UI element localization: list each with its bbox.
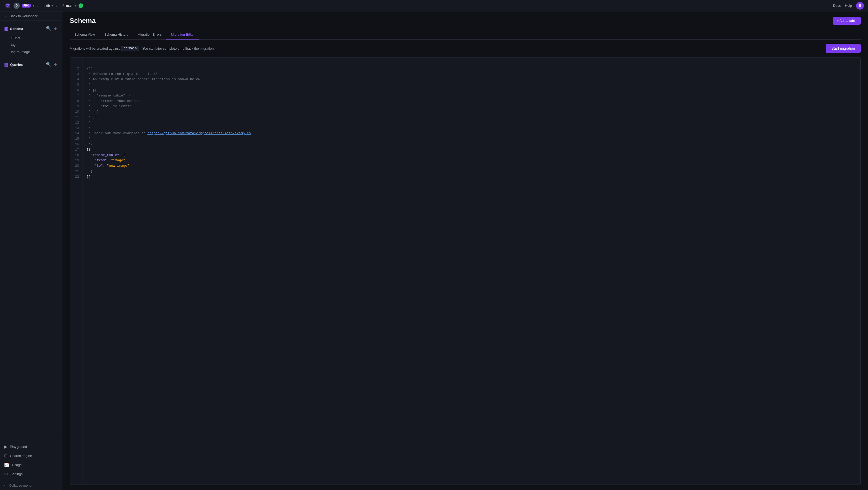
queries-icon: ▤ bbox=[4, 62, 8, 67]
sidebar-item-tag-to-image[interactable]: tag-to-image bbox=[2, 49, 61, 55]
sidebar-item-usage[interactable]: 📈 Usage bbox=[0, 460, 62, 469]
queries-group-header[interactable]: ▤ Queries 🔍 ＋ bbox=[0, 60, 62, 69]
info-text-after: . You can later complete or rollback the… bbox=[141, 47, 215, 51]
topbar-right: Docs Help E bbox=[833, 2, 864, 10]
line-num-12: 12 bbox=[70, 120, 82, 126]
code-line-19: "from": "image", bbox=[87, 158, 856, 163]
status-check-badge: ✓ bbox=[79, 3, 83, 8]
code-line-5: * bbox=[87, 82, 856, 88]
db-breadcrumb[interactable]: ⊞ db ▾ bbox=[41, 4, 53, 8]
help-link[interactable]: Help bbox=[845, 4, 852, 7]
playground-label: Playground bbox=[10, 445, 27, 449]
line-num-11: 11 bbox=[70, 115, 82, 120]
playground-icon: ▶ bbox=[4, 444, 7, 449]
line-num-5: 5 bbox=[70, 82, 82, 88]
line-num-14: 14 bbox=[70, 131, 82, 136]
page-title: Schema bbox=[70, 17, 96, 25]
logo bbox=[4, 2, 11, 9]
code-content[interactable]: /** * Welcome to the migration editor! *… bbox=[83, 58, 861, 485]
migration-info-bar: Migrations will be created against db:ma… bbox=[62, 39, 868, 57]
collapse-label: Collapse menu bbox=[9, 484, 31, 487]
schema-icon: ▣ bbox=[4, 26, 8, 31]
line-num-17: 17 bbox=[70, 147, 82, 153]
sidebar: ← Back to workspace ▣ Schema 🔍 ＋ image t… bbox=[0, 11, 62, 490]
sidebar-item-tag-label: tag bbox=[11, 43, 16, 47]
code-line-4: * An example of a table rename migration… bbox=[87, 77, 856, 82]
code-line-10: * } bbox=[87, 109, 856, 115]
migration-info-text: Migrations will be created against db:ma… bbox=[70, 46, 215, 51]
queries-group-label: Queries bbox=[10, 63, 23, 67]
start-migration-button[interactable]: Start migration bbox=[826, 44, 861, 53]
sidebar-item-image[interactable]: image bbox=[2, 34, 61, 41]
sidebar-item-tag[interactable]: tag bbox=[2, 41, 61, 48]
line-num-20: 20 bbox=[70, 163, 82, 169]
settings-icon: ⚙ bbox=[4, 471, 8, 477]
tab-migration-errors[interactable]: Migration Errors bbox=[133, 30, 166, 39]
code-line-1 bbox=[87, 61, 856, 66]
code-editor[interactable]: 1 2 3 4 5 6 7 8 9 10 11 12 13 14 15 16 1 bbox=[70, 57, 861, 485]
docs-link[interactable]: Docs bbox=[833, 4, 841, 7]
code-line-14: * Check out more examples at https://git… bbox=[87, 131, 856, 136]
add-schema-icon[interactable]: ＋ bbox=[53, 26, 58, 32]
line-num-18: 18 bbox=[70, 153, 82, 158]
db-label: db bbox=[46, 4, 50, 7]
search-queries-icon[interactable]: 🔍 bbox=[45, 61, 52, 68]
sidebar-item-settings[interactable]: ⚙ Settings bbox=[0, 469, 62, 479]
line-num-16: 16 bbox=[70, 142, 82, 147]
db-icon: ⊞ bbox=[41, 4, 45, 8]
tab-schema-history[interactable]: Schema History bbox=[100, 30, 133, 39]
sidebar-item-playground[interactable]: ▶ Playground bbox=[0, 442, 62, 451]
queries-section: ▤ Queries 🔍 ＋ bbox=[0, 58, 62, 71]
line-num-15: 15 bbox=[70, 136, 82, 142]
db-badge: db:main bbox=[121, 46, 139, 51]
tab-schema-view[interactable]: Schema View bbox=[70, 30, 100, 39]
code-line-6: * [{ bbox=[87, 88, 856, 93]
branch-breadcrumb[interactable]: ⎇ main ▾ bbox=[60, 4, 76, 8]
breadcrumb-sep-2: / bbox=[56, 4, 57, 8]
schema-group-header[interactable]: ▣ Schema 🔍 ＋ bbox=[0, 24, 62, 34]
add-table-button[interactable]: + Add a table bbox=[833, 17, 861, 25]
code-line-13: * bbox=[87, 126, 856, 131]
code-line-2: /** bbox=[87, 66, 856, 71]
sidebar-item-image-label: image bbox=[11, 35, 20, 39]
code-line-16: */ bbox=[87, 142, 856, 147]
line-num-22: 22 bbox=[70, 174, 82, 180]
user-avatar[interactable]: E bbox=[856, 2, 864, 10]
line-num-3: 3 bbox=[70, 71, 82, 77]
branch-chevron-icon[interactable]: ▾ bbox=[75, 4, 76, 7]
line-num-8: 8 bbox=[70, 98, 82, 104]
line-num-10: 10 bbox=[70, 109, 82, 115]
tab-migration-editor[interactable]: Migration Editor bbox=[166, 30, 199, 39]
code-line-12: * bbox=[87, 120, 856, 126]
line-num-1: 1 bbox=[70, 61, 82, 66]
code-line-18: "rename_table": { bbox=[87, 153, 856, 158]
info-text-before: Migrations will be created against bbox=[70, 47, 120, 51]
line-num-7: 7 bbox=[70, 93, 82, 98]
code-line-3: * Welcome to the migration editor! bbox=[87, 71, 856, 77]
line-num-6: 6 bbox=[70, 88, 82, 93]
db-chevron-icon[interactable]: ▾ bbox=[52, 4, 53, 7]
back-arrow-icon: ← bbox=[4, 14, 7, 18]
sidebar-item-search-engine[interactable]: ⊡ Search engine bbox=[0, 451, 62, 460]
pro-badge: PRO bbox=[22, 4, 31, 7]
workspace-chevron-icon[interactable]: ▾ bbox=[33, 4, 34, 7]
code-line-8: * "from": "customers", bbox=[87, 98, 856, 104]
line-num-9: 9 bbox=[70, 104, 82, 109]
line-num-2: 2 bbox=[70, 66, 82, 71]
main-layout: ← Back to workspace ▣ Schema 🔍 ＋ image t… bbox=[0, 11, 868, 490]
code-line-21: } bbox=[87, 169, 856, 174]
editor-container: 1 2 3 4 5 6 7 8 9 10 11 12 13 14 15 16 1 bbox=[62, 57, 868, 490]
schema-group-label: Schema bbox=[10, 27, 23, 31]
examples-link[interactable]: https://github.com/xataio/pgroll/tree/ma… bbox=[148, 131, 251, 135]
sidebar-bottom: ▶ Playground ⊡ Search engine 📈 Usage ⚙ S… bbox=[0, 440, 62, 481]
back-to-workspace[interactable]: ← Back to workspace bbox=[0, 11, 62, 21]
workspace-avatar[interactable]: D bbox=[13, 3, 20, 9]
collapse-menu[interactable]: ⟨| Collapse menu bbox=[0, 481, 62, 490]
branch-icon: ⎇ bbox=[60, 4, 64, 8]
add-query-icon[interactable]: ＋ bbox=[53, 61, 58, 68]
back-label: Back to workspace bbox=[10, 14, 38, 18]
search-engine-label: Search engine bbox=[10, 454, 32, 458]
code-line-20: "to": "new-image" bbox=[87, 163, 856, 169]
search-schema-icon[interactable]: 🔍 bbox=[45, 26, 52, 32]
settings-label: Settings bbox=[10, 472, 23, 476]
